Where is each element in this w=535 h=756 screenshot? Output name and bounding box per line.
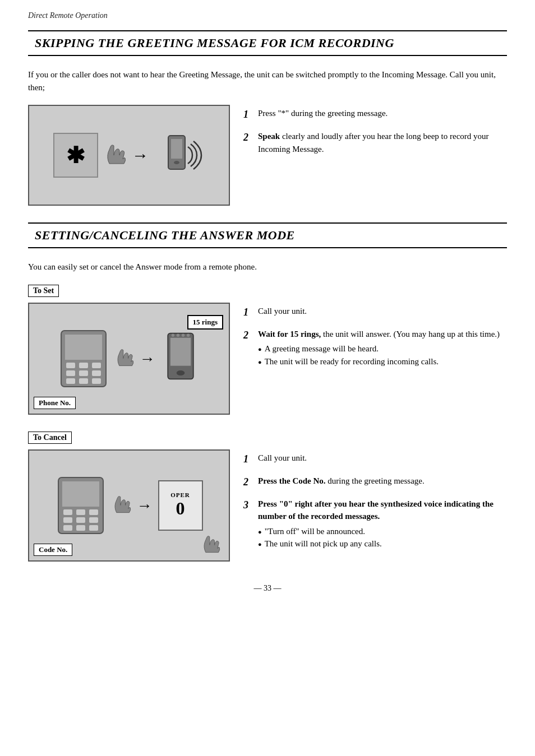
arrow2-icon: → bbox=[140, 350, 155, 368]
cancel-bullet2: The unit will not pick up any calls. bbox=[258, 537, 507, 550]
hand3-icon bbox=[112, 493, 131, 518]
svg-rect-15 bbox=[170, 337, 190, 365]
svg-rect-27 bbox=[76, 517, 85, 523]
svg-point-19 bbox=[181, 333, 184, 336]
svg-rect-22 bbox=[62, 481, 99, 507]
to-cancel-diagram: → OPER 0 Code No. bbox=[28, 449, 230, 562]
section2-title: SETTING/CANCELING THE ANSWER MODE bbox=[35, 228, 500, 243]
svg-rect-24 bbox=[76, 509, 85, 515]
svg-rect-4 bbox=[65, 335, 102, 360]
keypad-icon bbox=[58, 328, 109, 389]
asterisk-box: ✱ bbox=[53, 133, 98, 178]
svg-point-17 bbox=[171, 333, 174, 336]
section1-header: SKIPPING THE GREETING MESSAGE FOR ICM RE… bbox=[28, 30, 507, 56]
svg-rect-1 bbox=[171, 139, 182, 159]
hand-icon bbox=[104, 141, 126, 169]
cancel-steps: 1 Call your unit. 2 Press the Code No. d… bbox=[243, 449, 507, 558]
svg-rect-31 bbox=[89, 525, 98, 531]
svg-point-18 bbox=[176, 333, 179, 336]
svg-rect-5 bbox=[66, 363, 75, 368]
set-step1: 1 Call your unit. bbox=[243, 305, 507, 320]
svg-point-2 bbox=[174, 161, 179, 164]
svg-rect-29 bbox=[63, 525, 72, 531]
set-steps: 1 Call your unit. 2 Wait for 15 rings, t… bbox=[243, 303, 507, 376]
section1-intro: If you or the caller does not want to he… bbox=[28, 68, 507, 94]
zero-num: 0 bbox=[176, 498, 185, 519]
svg-rect-11 bbox=[66, 378, 75, 384]
svg-rect-10 bbox=[92, 370, 101, 376]
section1-step2: 2 Speak clearly and loudly after you hea… bbox=[243, 130, 507, 155]
svg-rect-26 bbox=[63, 517, 72, 523]
hand4-icon bbox=[201, 532, 220, 558]
section1-step1: 1 Press "*" during the greeting message. bbox=[243, 107, 507, 122]
arrow3-icon: → bbox=[137, 497, 153, 514]
svg-rect-7 bbox=[92, 363, 101, 368]
svg-rect-25 bbox=[89, 509, 98, 515]
cancel-step3-bullets: "Turn off" will be announced. The unit w… bbox=[258, 525, 507, 550]
svg-point-16 bbox=[176, 370, 185, 375]
cancel-step1: 1 Call your unit. bbox=[243, 452, 507, 467]
page-subtitle: Direct Remote Operation bbox=[28, 11, 507, 20]
hand2-icon bbox=[114, 346, 134, 371]
section1-content: ✱ → 1 Press "*" during the greeting mess… bbox=[28, 105, 507, 206]
to-cancel-label: To Cancel bbox=[28, 432, 72, 444]
page-footer: — 33 — bbox=[28, 584, 507, 593]
set-step2-bullets: A greeting message will be heard. The un… bbox=[258, 342, 507, 368]
phone-no-label: Phone No. bbox=[34, 397, 76, 409]
section1-diagram: ✱ → bbox=[28, 105, 230, 206]
code-no-label: Code No. bbox=[34, 544, 72, 556]
section1-steps: 1 Press "*" during the greeting message.… bbox=[243, 105, 507, 163]
svg-rect-12 bbox=[79, 378, 88, 384]
arrow-right-icon: → bbox=[132, 146, 149, 165]
svg-rect-6 bbox=[79, 363, 88, 368]
svg-rect-8 bbox=[66, 370, 75, 376]
phone-icon bbox=[154, 130, 205, 180]
phone2-icon bbox=[161, 331, 200, 387]
to-cancel-content: → OPER 0 Code No. 1 Call your unit. 2 Pr… bbox=[28, 449, 507, 562]
svg-rect-23 bbox=[63, 509, 72, 515]
keypad2-icon bbox=[56, 475, 106, 536]
section2-header: SETTING/CANCELING THE ANSWER MODE bbox=[28, 222, 507, 248]
cancel-bullet1: "Turn off" will be announced. bbox=[258, 525, 507, 538]
cancel-step2: 2 Press the Code No. during the greeting… bbox=[243, 475, 507, 490]
set-step2: 2 Wait for 15 rings, the unit will answe… bbox=[243, 328, 507, 368]
svg-point-20 bbox=[186, 333, 189, 336]
zero-button: OPER 0 bbox=[158, 480, 203, 531]
svg-rect-30 bbox=[76, 525, 85, 531]
set-bullet1: A greeting message will be heard. bbox=[258, 342, 507, 355]
section1-title: SKIPPING THE GREETING MESSAGE FOR ICM RE… bbox=[35, 36, 500, 50]
svg-rect-9 bbox=[79, 370, 88, 376]
section2-intro: You can easily set or cancel the Answer … bbox=[28, 261, 507, 273]
to-set-label: To Set bbox=[28, 285, 59, 297]
to-set-diagram: → 15 rings Phone No. bbox=[28, 303, 230, 415]
svg-rect-13 bbox=[92, 378, 101, 384]
svg-rect-28 bbox=[89, 517, 98, 523]
cancel-step3: 3 Press "0" right after you hear the syn… bbox=[243, 498, 507, 550]
set-bullet2: The unit will be ready for recording inc… bbox=[258, 355, 507, 368]
rings-badge: 15 rings bbox=[187, 315, 223, 330]
oper-text: OPER bbox=[170, 491, 190, 498]
to-set-content: → 15 rings Phone No. 1 Call your unit. bbox=[28, 303, 507, 415]
